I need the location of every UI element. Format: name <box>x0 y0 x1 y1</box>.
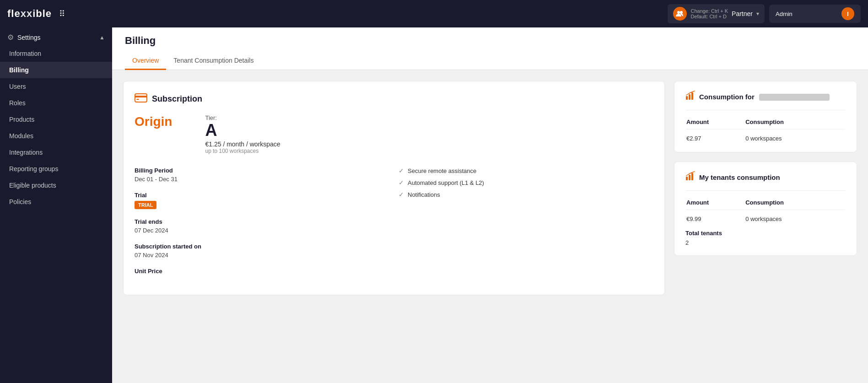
my-tenants-consumption-header: Consumption <box>745 199 845 210</box>
sidebar-item-users[interactable]: Users <box>0 78 112 95</box>
sidebar-item-modules[interactable]: Modules <box>0 128 112 144</box>
billing-period-label: Billing Period <box>135 167 389 174</box>
sidebar-nav: Information Billing Users Roles Products… <box>0 45 112 210</box>
trial-label: Trial <box>135 192 389 199</box>
sidebar-item-integrations[interactable]: Integrations <box>0 144 112 161</box>
billing-details-col: Billing Period Dec 01 - Dec 31 Trial TRI… <box>135 167 389 284</box>
subscription-card-header: Subscription <box>135 92 653 105</box>
consumption-for-row: €2.97 0 workspaces <box>686 130 845 142</box>
admin-button[interactable]: Admin I <box>769 5 861 23</box>
feature-label-0: Secure remote assistance <box>408 167 476 174</box>
feature-item-1: ✓ Automated support (L1 & L2) <box>399 179 653 186</box>
tier-label: Tier: <box>205 114 280 121</box>
svg-rect-7 <box>691 92 693 100</box>
page-header: Billing Overview Tenant Consumption Deta… <box>112 27 868 70</box>
svg-rect-8 <box>686 177 688 180</box>
features-list: ✓ Secure remote assistance ✓ Automated s… <box>399 167 653 198</box>
svg-rect-6 <box>689 94 690 100</box>
svg-rect-10 <box>691 173 693 180</box>
my-tenants-row: €9.99 0 workspaces <box>686 211 845 222</box>
consumption-header: Consumption <box>745 119 845 129</box>
svg-point-0 <box>677 11 680 14</box>
consumption-for-consumption: 0 workspaces <box>745 130 845 142</box>
trial-item: Trial TRIAL <box>135 192 389 209</box>
tier-limit: up to 100 workspaces <box>205 148 280 154</box>
sidebar-item-products[interactable]: Products <box>0 111 112 128</box>
trial-badge: TRIAL <box>135 201 156 209</box>
subscription-started-label: Subscription started on <box>135 243 389 250</box>
my-tenants-header: My tenants consumption <box>685 171 846 191</box>
consumption-for-icon <box>685 91 695 102</box>
topbar: flexxible ⠿ Change: Ctrl + K Default: Ct… <box>0 0 868 27</box>
sidebar-section-settings[interactable]: ⚙ Settings ▲ <box>0 27 112 45</box>
billing-period-item: Billing Period Dec 01 - Dec 31 <box>135 167 389 183</box>
feature-label-2: Notifications <box>408 191 440 198</box>
trial-ends-item: Trial ends 07 Dec 2024 <box>135 218 389 234</box>
total-tenants-label: Total tenants <box>685 230 846 237</box>
sidebar-item-information[interactable]: Information <box>0 45 112 62</box>
svg-rect-9 <box>689 175 690 180</box>
consumption-for-card: Consumption for ████████ Amount Consumpt… <box>674 81 857 152</box>
trial-ends-value: 07 Dec 2024 <box>135 227 389 234</box>
subscription-icon <box>135 92 147 105</box>
sidebar-section-label: Settings <box>17 34 41 41</box>
tier-value: A <box>205 122 280 139</box>
admin-name: Admin <box>776 11 793 17</box>
sidebar-item-eligible-products[interactable]: Eligible products <box>0 177 112 194</box>
my-tenants-consumption: 0 workspaces <box>745 211 845 222</box>
feature-item-2: ✓ Notifications <box>399 191 653 198</box>
check-icon-1: ✓ <box>399 179 404 186</box>
admin-avatar: I <box>841 7 854 20</box>
trial-ends-label: Trial ends <box>135 218 389 225</box>
my-tenants-title: My tenants consumption <box>699 173 780 181</box>
origin-section: Origin <box>135 114 172 131</box>
logo: flexxible <box>7 8 52 20</box>
consumption-for-table: Amount Consumption €2.97 0 workspaces <box>685 118 846 143</box>
subscription-card: Subscription Origin Tier: A €1.25 / mont… <box>123 81 665 295</box>
svg-rect-3 <box>135 96 147 97</box>
unit-price-label: Unit Price <box>135 268 389 275</box>
page-title: Billing <box>125 35 855 47</box>
grid-icon[interactable]: ⠿ <box>59 9 65 19</box>
tier-section: Tier: A €1.25 / month / workspace up to … <box>205 114 280 154</box>
collapse-icon: ▲ <box>99 34 105 41</box>
check-icon-0: ✓ <box>399 167 404 174</box>
feature-label-1: Automated support (L1 & L2) <box>408 179 484 186</box>
partner-default-shortcut: Default: Ctrl + D <box>690 14 728 19</box>
gear-icon: ⚙ <box>7 33 14 42</box>
tab-overview[interactable]: Overview <box>125 52 166 70</box>
sidebar: ⚙ Settings ▲ Information Billing Users R… <box>0 27 112 383</box>
tab-tenant-consumption[interactable]: Tenant Consumption Details <box>166 52 261 70</box>
topbar-left: flexxible ⠿ <box>7 8 65 20</box>
sidebar-item-reporting-groups[interactable]: Reporting groups <box>0 161 112 177</box>
subscription-started-item: Subscription started on 07 Nov 2024 <box>135 243 389 259</box>
my-tenants-table: Amount Consumption €9.99 0 workspaces <box>685 198 846 223</box>
main-content: Billing Overview Tenant Consumption Deta… <box>112 27 868 383</box>
consumption-for-title: Consumption for ████████ <box>699 93 830 101</box>
sidebar-item-billing[interactable]: Billing <box>0 62 112 78</box>
billing-period-value: Dec 01 - Dec 31 <box>135 176 389 183</box>
topbar-right: Change: Ctrl + K Default: Ctrl + D Partn… <box>668 4 861 23</box>
features-col: ✓ Secure remote assistance ✓ Automated s… <box>399 167 653 284</box>
origin-label: Origin <box>135 114 172 129</box>
blurred-tenant-name: ████████ <box>759 94 830 101</box>
billing-grid: Billing Period Dec 01 - Dec 31 Trial TRI… <box>135 167 653 284</box>
sidebar-item-roles[interactable]: Roles <box>0 95 112 111</box>
my-tenants-amount: €9.99 <box>686 211 744 222</box>
right-cards: Consumption for ████████ Amount Consumpt… <box>674 81 857 256</box>
partner-info: Change: Ctrl + K Default: Ctrl + D <box>690 8 728 19</box>
feature-item-0: ✓ Secure remote assistance <box>399 167 653 174</box>
tabs: Overview Tenant Consumption Details <box>125 52 855 70</box>
total-tenants-value: 2 <box>685 239 846 246</box>
sidebar-item-policies[interactable]: Policies <box>0 194 112 210</box>
unit-price-item: Unit Price <box>135 268 389 275</box>
my-tenants-icon <box>685 171 695 183</box>
chevron-down-icon: ▾ <box>756 11 759 17</box>
tier-price: €1.25 / month / workspace <box>205 140 280 148</box>
svg-rect-2 <box>135 94 147 102</box>
my-tenants-card: My tenants consumption Amount Consumptio… <box>674 162 857 256</box>
amount-header: Amount <box>686 119 744 129</box>
svg-point-1 <box>680 11 683 14</box>
partner-button[interactable]: Change: Ctrl + K Default: Ctrl + D Partn… <box>668 4 765 23</box>
consumption-for-amount: €2.97 <box>686 130 744 142</box>
